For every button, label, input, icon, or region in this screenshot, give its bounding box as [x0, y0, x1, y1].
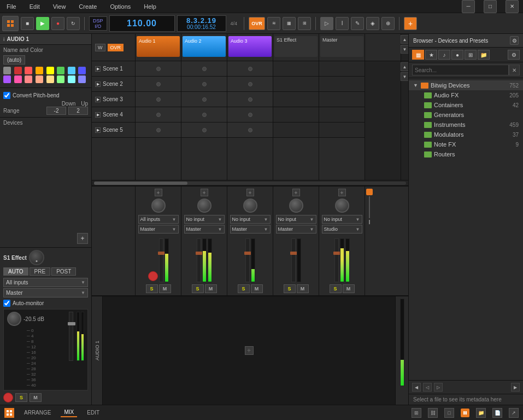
- browser-play-btn[interactable]: ▶: [511, 383, 520, 392]
- auto-monitor-checkbox[interactable]: [3, 300, 10, 307]
- browser-devices-btn[interactable]: ▦: [412, 50, 424, 60]
- ovr-header-btn[interactable]: OVR: [108, 44, 124, 51]
- status-grid-icon[interactable]: ⊞: [412, 408, 421, 418]
- master-mute-btn[interactable]: M: [343, 284, 355, 293]
- master-output-dropdown[interactable]: Studio ▼: [322, 225, 362, 234]
- audio1-scene2[interactable]: [136, 77, 181, 92]
- menu-create[interactable]: Create: [77, 2, 99, 11]
- audio1-scene5[interactable]: [136, 122, 181, 138]
- swatch-orange[interactable]: [36, 67, 43, 74]
- audio2-scene2[interactable]: [181, 77, 227, 92]
- zoom-tool[interactable]: ⊕: [381, 17, 395, 30]
- waveform-btn[interactable]: ≋: [267, 17, 280, 30]
- add-content-button[interactable]: +: [245, 346, 254, 355]
- swatch-peach[interactable]: [36, 75, 43, 83]
- stop-button[interactable]: ■: [21, 17, 34, 30]
- swatch-lightblue[interactable]: [78, 75, 86, 83]
- scroll-down-btn[interactable]: ▼: [401, 45, 409, 54]
- audio2-scene4[interactable]: [181, 107, 227, 122]
- s1-knob[interactable]: [29, 250, 44, 265]
- menu-help[interactable]: Help: [142, 2, 158, 11]
- audio2-add-btn[interactable]: +: [201, 189, 208, 196]
- s1-tab-post[interactable]: POST: [51, 267, 76, 276]
- s1-clip[interactable]: S1 Effect: [274, 36, 318, 57]
- audio2-pan-knob[interactable]: [197, 199, 211, 213]
- swatch-cyan[interactable]: [68, 67, 75, 74]
- output-select[interactable]: Master ▼: [3, 288, 88, 298]
- audio1-scene3[interactable]: [136, 92, 181, 107]
- audio3-scene1[interactable]: [227, 61, 273, 77]
- rec-button[interactable]: [3, 393, 13, 402]
- audio2-solo-btn[interactable]: S: [192, 284, 204, 293]
- tree-item-bitwig-devices[interactable]: ▼ Bitwig Devices 752: [409, 80, 523, 90]
- input-select[interactable]: All inputs ▼: [3, 278, 88, 287]
- master-fader-track[interactable]: [334, 238, 339, 282]
- audio1-clip[interactable]: Audio 1: [137, 36, 180, 57]
- audio1-add-btn[interactable]: +: [155, 189, 162, 196]
- tab-mix[interactable]: MIX: [61, 408, 77, 417]
- audio2-output-dropdown[interactable]: Master ▼: [184, 225, 225, 234]
- pencil-tool[interactable]: ✎: [351, 17, 364, 30]
- master-add-btn[interactable]: +: [338, 189, 346, 196]
- ovr-button[interactable]: OVR: [249, 17, 265, 30]
- range-down-value[interactable]: -2: [46, 107, 66, 115]
- s1-fader-track[interactable]: [291, 238, 296, 282]
- s1-scene1[interactable]: [273, 61, 319, 77]
- position-display[interactable]: 8.3.2.19 00:00:16.52: [177, 15, 226, 32]
- audio1-scene1[interactable]: [136, 61, 181, 77]
- audio3-solo-btn[interactable]: S: [238, 284, 250, 293]
- horizontal-scrollbar[interactable]: [92, 180, 408, 185]
- audio3-scene2[interactable]: [227, 77, 273, 92]
- plus-tool[interactable]: +: [404, 17, 417, 30]
- swatch-purple[interactable]: [3, 75, 11, 83]
- status-link-icon[interactable]: ⛓: [428, 408, 438, 418]
- loop-button[interactable]: ↻: [67, 17, 80, 30]
- w-btn[interactable]: W: [95, 44, 105, 51]
- audio2-clip[interactable]: Audio 2: [183, 36, 226, 57]
- scene5-play[interactable]: ▶: [95, 127, 101, 133]
- browser-preset-btn[interactable]: ★: [425, 50, 437, 60]
- browser-project-btn[interactable]: 📁: [478, 50, 490, 60]
- tree-item-audiofx[interactable]: Audio FX 205: [409, 90, 523, 100]
- scene2-play[interactable]: ▶: [95, 81, 101, 87]
- scene3-play[interactable]: ▶: [95, 97, 101, 102]
- audio3-input-dropdown[interactable]: No input ▼: [230, 215, 271, 224]
- audio2-scene3[interactable]: [181, 92, 227, 107]
- snap-btn[interactable]: ⊞: [298, 17, 311, 30]
- record-button[interactable]: ●: [51, 17, 64, 30]
- status-file-icon[interactable]: 📄: [492, 408, 502, 418]
- audio3-output-dropdown[interactable]: Master ▼: [230, 225, 271, 234]
- master-scene3[interactable]: [319, 92, 365, 107]
- swatch-lightyellow[interactable]: [46, 75, 54, 83]
- swatch-lightcyan[interactable]: [68, 75, 75, 83]
- s1-input-dropdown[interactable]: No input ▼: [276, 215, 316, 224]
- scenes-scroll-down[interactable]: ▼: [401, 72, 409, 81]
- tree-item-generators[interactable]: Generators: [409, 110, 523, 120]
- s1-add-btn[interactable]: +: [292, 189, 300, 196]
- tree-item-containers[interactable]: Containers 42: [409, 100, 523, 110]
- master-scene5[interactable]: [319, 122, 365, 138]
- audio1-solo-btn[interactable]: S: [146, 284, 158, 293]
- pitch-bend-checkbox[interactable]: [3, 92, 10, 99]
- swatch-green[interactable]: [57, 67, 64, 74]
- swatch-salmon[interactable]: [25, 75, 32, 83]
- s1-scene2[interactable]: [273, 77, 319, 92]
- menu-options[interactable]: Options: [108, 2, 133, 11]
- browser-sample-btn[interactable]: ♪: [438, 50, 450, 60]
- text-tool[interactable]: I: [336, 17, 349, 30]
- audio1-input-dropdown[interactable]: All inputs ▼: [138, 215, 179, 224]
- browser-search-input[interactable]: [412, 65, 509, 75]
- s1-tab-auto[interactable]: AUTO: [3, 267, 28, 276]
- audio1-rec-btn[interactable]: [148, 271, 158, 281]
- audio3-scene3[interactable]: [227, 92, 273, 107]
- mute-button[interactable]: M: [30, 393, 42, 402]
- select-tool[interactable]: ▷: [320, 17, 333, 30]
- scenes-scroll-up[interactable]: ▲: [401, 62, 409, 71]
- transport-display[interactable]: 110.00: [109, 15, 175, 32]
- browser-plugin-btn[interactable]: ⊞: [465, 50, 477, 60]
- fader-handle[interactable]: [68, 322, 75, 325]
- browser-search-clear[interactable]: ✕: [509, 65, 520, 75]
- app-icon[interactable]: [2, 16, 19, 31]
- audio3-fader-track[interactable]: [245, 238, 250, 282]
- s1-scene5[interactable]: [273, 122, 319, 138]
